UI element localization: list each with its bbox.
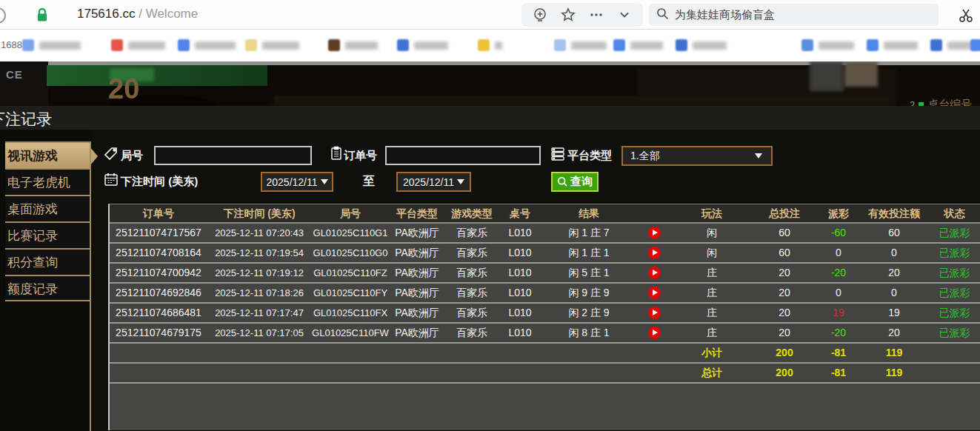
play-icon[interactable]: [648, 327, 661, 339]
banner-green-table: [47, 65, 267, 86]
bookmark-item[interactable]: [801, 38, 854, 53]
lock-icon[interactable]: [36, 7, 48, 25]
bookmark-favicon: [22, 39, 34, 51]
bookmark-label-blurred: [345, 41, 378, 50]
cell-platform: PA欧洲厅: [390, 324, 444, 342]
cell-time: 2025-12-11 07:18:26: [207, 284, 311, 302]
cell-platform: PA欧洲厅: [390, 224, 444, 242]
date-from-select[interactable]: 2025/12/11: [261, 172, 333, 192]
cell-order: 251211074717567: [110, 224, 207, 242]
round-input[interactable]: [154, 146, 312, 165]
cell-time: 2025-12-11 07:19:54: [207, 244, 311, 262]
bookmark-favicon: [867, 39, 879, 51]
cell-platform: PA欧洲厅: [390, 304, 444, 322]
cell-total: 60: [753, 224, 816, 242]
play-icon[interactable]: [648, 227, 661, 239]
play-icon[interactable]: [648, 287, 661, 299]
sidebar-item-1[interactable]: 电子老虎机: [5, 168, 90, 195]
ellipsis-icon[interactable]: [587, 5, 606, 24]
bookmark-item[interactable]: [478, 38, 502, 53]
summary-valid-bet: 119: [861, 344, 927, 362]
cell-tableNo: L010: [499, 324, 541, 342]
bookmark-label-blurred: [693, 41, 727, 50]
browser-search-input[interactable]: [675, 9, 931, 21]
bookmark-favicon: [970, 39, 980, 51]
bookmark-partial-label[interactable]: 1688: [1, 39, 22, 50]
partial-profile-icon[interactable]: [0, 7, 6, 24]
bookmark-label-blurred: [884, 41, 918, 50]
cell-result: 闲 1 庄 7: [541, 224, 637, 242]
clipboard-icon: [329, 146, 344, 161]
bookmark-favicon: [397, 39, 409, 51]
bookmark-item[interactable]: [22, 38, 81, 53]
cell-tableNo: L010: [499, 244, 541, 262]
header-game: 游戏类型: [444, 204, 499, 222]
cell-order: 251211074686481: [110, 304, 207, 322]
sidebar-item-4[interactable]: 积分查询: [5, 248, 90, 275]
bookmark-item[interactable]: [613, 38, 663, 53]
header-platform: 平台类型: [390, 204, 444, 222]
cell-valid: 20: [861, 264, 927, 282]
date-to-select[interactable]: 2025/12/11: [396, 172, 471, 192]
cell-payout: -20: [816, 324, 861, 342]
bookmark-favicon: [111, 39, 123, 51]
cell-valid: 0: [861, 284, 927, 302]
sidebar-item-3[interactable]: 比赛记录: [5, 221, 90, 248]
table-body: 2512110747175672025-12-11 07:20:43GL0102…: [110, 224, 980, 344]
sidebar-item-0[interactable]: 视讯游戏: [5, 141, 90, 168]
cell-result: 闲 5 庄 1: [541, 264, 637, 282]
platform-filter-label: 平台类型: [567, 149, 612, 163]
cell-valid: 0: [861, 244, 927, 262]
sidebar-divider: [90, 141, 91, 431]
star-icon[interactable]: [559, 5, 578, 24]
browser-search-box[interactable]: [649, 4, 939, 26]
url-text[interactable]: 175616.cc / Welcome: [77, 7, 198, 21]
cell-status: 已派彩: [927, 264, 980, 282]
browser-bar: 175616.cc / Welcome: [0, 0, 980, 30]
sidebar-item-5[interactable]: 额度记录: [5, 275, 90, 301]
play-icon[interactable]: [648, 307, 661, 319]
bookmark-item[interactable]: [178, 38, 236, 53]
cell-playType: 闲: [671, 224, 753, 242]
cell-payout: 0: [816, 284, 861, 302]
chevron-down-icon[interactable]: [615, 5, 634, 24]
bookmark-label-blurred: [195, 41, 236, 50]
cell-status: 已派彩: [927, 304, 980, 322]
play-icon-cell: [637, 304, 671, 322]
cell-result: 闲 2 庄 9: [541, 304, 637, 322]
header-time: 下注时间 (美东): [207, 204, 311, 222]
scissors-icon[interactable]: [958, 7, 974, 27]
summary-label: 小计: [671, 344, 753, 362]
play-icon[interactable]: [648, 247, 661, 259]
url-separator: /: [139, 7, 142, 21]
banner-left-text: CE: [6, 68, 23, 81]
query-button[interactable]: 查询: [551, 172, 599, 192]
cell-result: 闲 9 庄 9: [541, 284, 637, 302]
send-plus-icon[interactable]: [530, 5, 550, 24]
bookmark-item[interactable]: [111, 38, 165, 53]
bookmark-item[interactable]: [554, 38, 607, 53]
cell-time: 2025-12-11 07:17:47: [207, 304, 311, 322]
cell-round: GL01025C110FY: [311, 284, 390, 302]
bookmark-item[interactable]: [867, 38, 918, 53]
bookmark-favicon: [930, 39, 942, 51]
bookmark-item[interactable]: [245, 38, 299, 53]
play-icon[interactable]: [648, 267, 661, 279]
table-header-row: 订单号下注时间 (美东)局号平台类型游戏类型桌号结果玩法总投注派彩有效投注额状态: [110, 204, 980, 224]
cell-order: 251211074679175: [110, 324, 207, 342]
bookmark-label-blurred: [414, 41, 448, 50]
bet-records-table: 订单号下注时间 (美东)局号平台类型游戏类型桌号结果玩法总投注派彩有效投注额状态…: [108, 204, 980, 430]
bookmark-item[interactable]: [328, 38, 378, 53]
sidebar-item-2[interactable]: 桌面游戏: [5, 195, 90, 221]
platform-select[interactable]: 1.全部: [621, 146, 773, 166]
table-number-label: 桌台编号: [927, 98, 972, 106]
cell-game: 百家乐: [444, 324, 499, 342]
cell-payout: -60: [816, 224, 861, 242]
bookmark-item[interactable]: [970, 38, 980, 53]
play-icon-cell: [637, 324, 671, 342]
bookmark-item[interactable]: [397, 38, 448, 53]
order-input[interactable]: [385, 146, 541, 165]
bookmark-item[interactable]: [676, 38, 727, 53]
table-summary: 小计200-81119总计200-81119: [110, 344, 980, 384]
header-total: 总投注: [753, 204, 816, 222]
